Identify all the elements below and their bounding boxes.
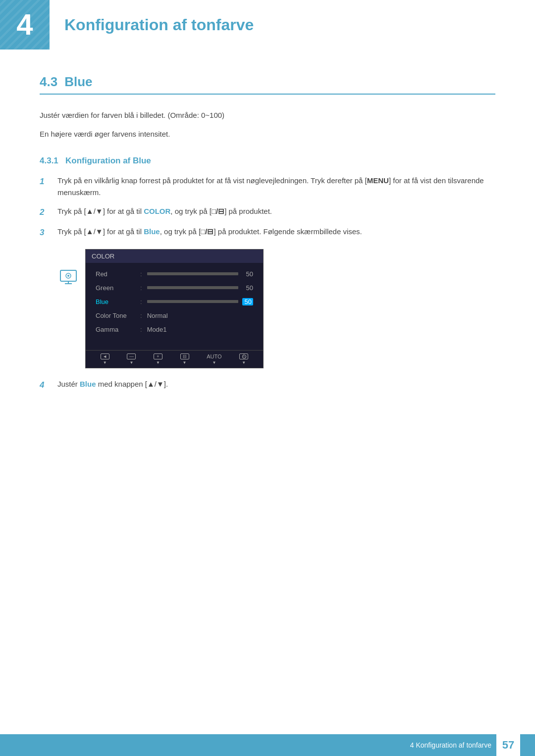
row-value-green: 50 bbox=[147, 284, 253, 292]
step-text-1: Tryk på en vilkårlig knap forrest på pro… bbox=[57, 175, 495, 199]
step-1: 1 Tryk på en vilkårlig knap forrest på p… bbox=[40, 175, 495, 199]
menu-btn-left-icon: ◄ bbox=[101, 353, 109, 359]
menu-btn-left-arrow: ▼ bbox=[103, 360, 107, 365]
steps-list: 1 Tryk på en vilkårlig knap forrest på p… bbox=[40, 175, 495, 239]
row-value-gamma: Mode1 bbox=[147, 326, 253, 333]
step4-blue-bold: Blue bbox=[80, 380, 96, 388]
slider-number-red: 50 bbox=[242, 270, 253, 278]
slider-bar-blue bbox=[147, 300, 238, 303]
slider-bar-green bbox=[147, 286, 238, 289]
color-menu-items: Red : 50 Green : bbox=[86, 263, 263, 350]
menu-btn-auto-arrow: ▼ bbox=[212, 360, 216, 365]
step-number-2: 2 bbox=[40, 205, 54, 219]
svg-point-4 bbox=[67, 275, 69, 277]
step-number-3: 3 bbox=[40, 226, 54, 239]
step-text-2: Tryk på [▲/▼] for at gå til COLOR, og tr… bbox=[57, 205, 495, 217]
footer-page-number: 57 bbox=[496, 734, 520, 756]
menu-btn-auto: AUTO ▼ bbox=[207, 353, 221, 365]
subsection-title: Konfiguration af Blue bbox=[65, 156, 151, 165]
section-title: Blue bbox=[64, 74, 92, 90]
menu-btn-auto-label: AUTO bbox=[207, 353, 221, 359]
step1-bold: MENU bbox=[367, 176, 389, 185]
row-sep-blue: : bbox=[140, 298, 142, 305]
step-3: 3 Tryk på [▲/▼] for at gå til Blue, og t… bbox=[40, 226, 495, 239]
color-menu-row-blue: Blue : 50 bbox=[86, 295, 263, 308]
step-2: 2 Tryk på [▲/▼] for at gå til COLOR, og … bbox=[40, 205, 495, 219]
main-content: 4.3 Blue Justér værdien for farven blå i… bbox=[0, 50, 535, 439]
menu-btn-power: ⏻ ▼ bbox=[239, 353, 248, 365]
menu-btn-left: ◄ ▼ bbox=[101, 353, 109, 365]
row-value-red: 50 bbox=[147, 270, 253, 278]
paragraph-2: En højere værdi øger farvens intensitet. bbox=[40, 128, 495, 140]
row-label-blue: Blue bbox=[96, 298, 140, 305]
step3-key: □/⊟ bbox=[201, 227, 214, 236]
color-menu-row-colortone: Color Tone : Normal bbox=[86, 308, 263, 322]
row-sep-gamma: : bbox=[140, 326, 142, 333]
color-menu-row-green: Green : 50 bbox=[86, 281, 263, 295]
row-value-blue: 50 bbox=[147, 298, 253, 305]
row-sep-colortone: : bbox=[140, 312, 142, 319]
menu-btn-minus: — ▼ bbox=[127, 353, 136, 365]
slider-number-blue: 50 bbox=[242, 298, 253, 305]
chapter-title: Konfiguration af tonfarve bbox=[64, 16, 254, 34]
menu-spacer bbox=[86, 336, 263, 346]
footer-chapter-label: 4 Konfiguration af tonfarve bbox=[410, 741, 491, 749]
row-sep-green: : bbox=[140, 284, 142, 292]
paragraph-1: Justér værdien for farven blå i billedet… bbox=[40, 109, 495, 121]
steps-list-2: 4 Justér Blue med knappen [▲/▼]. bbox=[40, 378, 495, 392]
page-footer: 4 Konfiguration af tonfarve 57 bbox=[0, 734, 535, 756]
step-number-4: 4 bbox=[40, 378, 54, 392]
step-text-4: Justér Blue med knappen [▲/▼]. bbox=[57, 378, 495, 390]
step-4: 4 Justér Blue med knappen [▲/▼]. bbox=[40, 378, 495, 392]
menu-btn-power-icon: ⏻ bbox=[239, 353, 248, 359]
menu-btn-enter-icon: ⊟ bbox=[180, 353, 189, 359]
color-menu-row-red: Red : 50 bbox=[86, 267, 263, 281]
color-menu-row-gamma: Gamma : Mode1 bbox=[86, 322, 263, 336]
menu-btn-minus-arrow: ▼ bbox=[129, 360, 133, 365]
row-label-green: Green bbox=[96, 284, 140, 292]
monitor-container: COLOR Red : 50 Green : bbox=[59, 249, 495, 368]
monitor-icon bbox=[59, 269, 77, 288]
row-sep-red: : bbox=[140, 270, 142, 278]
subsection-number: 4.3.1 bbox=[40, 156, 58, 165]
menu-btn-plus: + ▼ bbox=[154, 353, 162, 365]
menu-btn-enter-arrow: ▼ bbox=[183, 360, 187, 365]
color-menu-title: COLOR bbox=[86, 250, 263, 263]
color-menu-bottom: ◄ ▼ — ▼ + ▼ ⊟ ▼ AUTO ▼ bbox=[86, 350, 263, 368]
section-number: 4.3 bbox=[40, 74, 57, 90]
step3-blue-bold: Blue bbox=[144, 227, 160, 236]
row-label-colortone: Color Tone bbox=[96, 312, 140, 319]
step2-color-bold: COLOR bbox=[144, 207, 170, 215]
color-menu: COLOR Red : 50 Green : bbox=[85, 249, 264, 368]
step2-key: □/⊟ bbox=[212, 207, 224, 215]
slider-number-green: 50 bbox=[242, 284, 253, 292]
menu-btn-power-arrow: ▼ bbox=[242, 360, 246, 365]
chapter-number-block: 4 bbox=[0, 0, 50, 50]
subsection-heading: 4.3.1 Konfiguration af Blue bbox=[40, 156, 495, 166]
menu-btn-enter: ⊟ ▼ bbox=[180, 353, 189, 365]
menu-btn-plus-arrow: ▼ bbox=[156, 360, 160, 365]
slider-bar-red bbox=[147, 272, 238, 275]
step-text-3: Tryk på [▲/▼] for at gå til Blue, og try… bbox=[57, 226, 495, 238]
section-heading: 4.3 Blue bbox=[40, 74, 495, 95]
menu-btn-minus-icon: — bbox=[127, 353, 136, 359]
step-number-1: 1 bbox=[40, 175, 54, 188]
menu-btn-plus-icon: + bbox=[154, 353, 162, 359]
row-value-colortone: Normal bbox=[147, 312, 253, 319]
row-label-red: Red bbox=[96, 270, 140, 278]
header-banner: 4 Konfiguration af tonfarve bbox=[0, 0, 535, 50]
chapter-number: 4 bbox=[16, 10, 33, 40]
row-label-gamma: Gamma bbox=[96, 326, 140, 333]
